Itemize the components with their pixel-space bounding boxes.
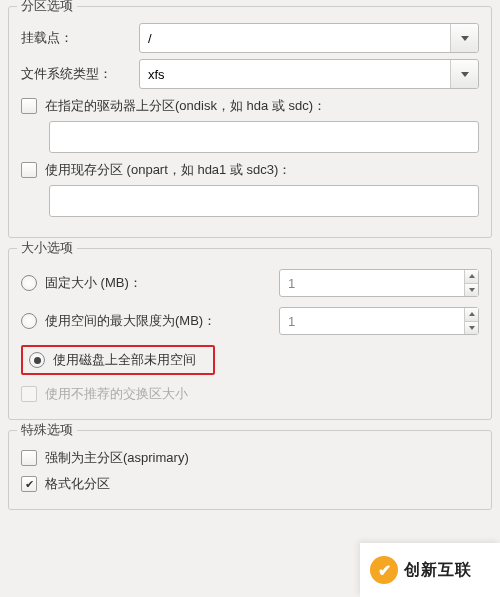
special-options-group: 特殊选项 强制为主分区(asprimary) 格式化分区 xyxy=(8,430,492,510)
all-unused-highlight: 使用磁盘上全部未用空间 xyxy=(21,345,215,375)
max-size-down[interactable] xyxy=(465,322,478,335)
ondisk-checkbox[interactable] xyxy=(21,98,37,114)
filesystem-input[interactable] xyxy=(140,60,450,88)
mountpoint-label: 挂载点： xyxy=(21,29,131,47)
filesystem-dropdown-button[interactable] xyxy=(450,60,478,88)
mountpoint-dropdown-button[interactable] xyxy=(450,24,478,52)
ondisk-label: 在指定的驱动器上分区(ondisk，如 hda 或 sdc)： xyxy=(45,97,326,115)
chevron-down-icon xyxy=(461,72,469,77)
onpart-input[interactable] xyxy=(49,185,479,217)
max-size-spinner[interactable] xyxy=(279,307,479,335)
fixed-size-input[interactable] xyxy=(280,270,464,296)
arrow-up-icon xyxy=(469,312,475,316)
chevron-down-icon xyxy=(461,36,469,41)
ondisk-input[interactable] xyxy=(49,121,479,153)
format-label: 格式化分区 xyxy=(45,475,110,493)
fixed-size-label: 固定大小 (MB)： xyxy=(45,274,142,292)
swap-label: 使用不推荐的交换区大小 xyxy=(45,385,188,403)
all-unused-label: 使用磁盘上全部未用空间 xyxy=(53,351,196,369)
max-size-radio[interactable] xyxy=(21,313,37,329)
partition-legend: 分区选项 xyxy=(17,0,77,15)
partition-options-group: 分区选项 挂载点： 文件系统类型： 在指定的驱动器上分区(ondisk，如 hd… xyxy=(8,6,492,238)
mountpoint-input[interactable] xyxy=(140,24,450,52)
fixed-size-down[interactable] xyxy=(465,284,478,297)
size-options-group: 大小选项 固定大小 (MB)： 使用空间的最大限度为(MB)： xyxy=(8,248,492,420)
arrow-up-icon xyxy=(469,274,475,278)
onpart-checkbox[interactable] xyxy=(21,162,37,178)
format-checkbox[interactable] xyxy=(21,476,37,492)
mountpoint-combo[interactable] xyxy=(139,23,479,53)
fixed-size-spinner[interactable] xyxy=(279,269,479,297)
filesystem-combo[interactable] xyxy=(139,59,479,89)
fixed-size-radio[interactable] xyxy=(21,275,37,291)
max-size-input[interactable] xyxy=(280,308,464,334)
brand-text: 创新互联 xyxy=(404,560,472,581)
special-legend: 特殊选项 xyxy=(17,421,77,439)
onpart-label: 使用现存分区 (onpart，如 hda1 或 sdc3)： xyxy=(45,161,291,179)
all-unused-radio[interactable] xyxy=(29,352,45,368)
fixed-size-up[interactable] xyxy=(465,270,478,284)
arrow-down-icon xyxy=(469,288,475,292)
swap-checkbox xyxy=(21,386,37,402)
filesystem-label: 文件系统类型： xyxy=(21,65,131,83)
brand-logo-icon xyxy=(370,556,398,584)
max-size-label: 使用空间的最大限度为(MB)： xyxy=(45,312,216,330)
max-size-up[interactable] xyxy=(465,308,478,322)
brand-watermark: 创新互联 xyxy=(360,543,500,597)
size-legend: 大小选项 xyxy=(17,239,77,257)
asprimary-checkbox[interactable] xyxy=(21,450,37,466)
asprimary-label: 强制为主分区(asprimary) xyxy=(45,449,189,467)
arrow-down-icon xyxy=(469,326,475,330)
